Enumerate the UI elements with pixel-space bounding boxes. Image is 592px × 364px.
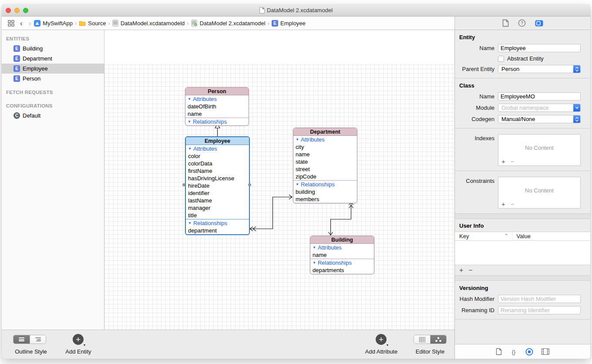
back-button[interactable]: ‹ [17,20,26,27]
indexes-remove-button[interactable]: − [511,158,515,165]
sidebar-item-department[interactable]: E Department [2,54,104,64]
editor-style-label: Editor Style [408,348,452,355]
attribute-row[interactable]: firstName [186,167,249,175]
forward-button[interactable]: › [26,20,34,27]
attribute-row[interactable]: zipCode [293,173,357,180]
entity-box-title[interactable]: Person [185,88,249,95]
entity-box-department[interactable]: Department ▼ Attributes citynamestatestr… [293,128,357,203]
attribute-row[interactable]: hasDrivingLicense [186,175,249,182]
add-attribute-button[interactable]: + [376,334,387,345]
module-combobox[interactable]: Global namespace [498,104,581,112]
relationship-row[interactable]: department [186,227,249,234]
sidebar-item-person[interactable]: E Person [2,74,104,84]
attribute-row[interactable]: name [185,110,249,118]
entity-name-field[interactable] [498,44,581,52]
add-entity-button[interactable]: + [73,334,84,345]
editor-bottom-toolbar: Outline Style + ▾ Add Entity + ▾ Add Att… [2,330,454,359]
breadcrumb-folder[interactable]: Source [79,20,106,27]
attribute-row[interactable]: city [293,143,357,151]
constraints-table[interactable]: No Content + − [498,177,581,209]
relationship-row[interactable]: departments [310,266,374,274]
indexes-add-button[interactable]: + [501,158,505,165]
attribute-row[interactable]: dateOfBirth [185,103,249,110]
editor-style-table-button[interactable] [414,335,430,344]
attribute-row[interactable]: colorData [186,160,249,167]
toolbar-right-icons: ? [454,17,590,30]
close-button[interactable] [6,8,11,13]
sidebar-item-building[interactable]: E Building [2,44,104,54]
user-info-table-body[interactable] [455,241,590,265]
key-column-header[interactable]: Key [459,233,469,239]
entity-section-header: Entity [455,34,590,40]
outline-style-flat-button[interactable] [13,335,30,344]
breadcrumb-entity[interactable]: E Employee [272,20,306,27]
quick-help-tab[interactable]: {} [510,348,517,355]
file-icon-button[interactable] [502,19,509,27]
entity-box-title[interactable]: Building [310,236,374,244]
attributes-list: citynamestatestreetzipCode [293,143,357,180]
user-info-remove-button[interactable]: − [468,266,472,274]
relationships-section-header[interactable]: ▼ Relationships [185,118,249,125]
attribute-row[interactable]: color [186,152,249,160]
zoom-button[interactable] [23,8,28,13]
relationships-section-header[interactable]: ▼ Relationships [186,219,249,227]
entity-box-person[interactable]: Person ▼ Attributes dateOfBirthname ▼ Re… [185,87,249,126]
sidebar-item-default-configuration[interactable]: C Default [2,111,104,121]
breadcrumb-project[interactable]: MySwiftApp [34,20,73,27]
attribute-row[interactable]: name [293,151,357,158]
selection-handle-left[interactable] [182,183,185,186]
outline-style-hierarchical-button[interactable] [30,335,46,344]
version-inspector-tab[interactable] [542,348,549,355]
constraints-add-button[interactable]: + [501,200,505,208]
attributes-section-header[interactable]: ▼ Attributes [310,244,374,251]
sidebar-item-employee[interactable]: E Employee [2,64,104,74]
help-button[interactable]: ? [518,19,526,27]
indexes-table[interactable]: No Content + − [498,134,581,166]
data-model-inspector-tab[interactable] [525,348,533,356]
attributes-section-header[interactable]: ▼ Attributes [186,145,249,152]
entity-box-building[interactable]: Building ▼ Attributes name ▼ Relationshi… [310,236,374,274]
parent-entity-popup[interactable]: Person [498,65,581,73]
attribute-row[interactable]: street [293,165,357,173]
relationships-section-header[interactable]: ▼ Relationships [293,180,357,188]
attribute-row[interactable]: state [293,158,357,165]
editor-style-graph-button[interactable] [430,335,446,344]
attribute-row[interactable]: identifier [186,189,249,197]
relationships-section-header[interactable]: ▼ Relationships [310,259,374,266]
related-items-icon[interactable] [8,20,14,27]
disclosure-triangle-icon: ▼ [313,246,316,249]
entity-box-title[interactable]: Employee [186,137,249,145]
parent-entity-label: Parent Entity [455,65,498,73]
abstract-entity-checkbox[interactable] [498,56,504,62]
title-bar: DataModel 2.xcdatamodel [2,4,590,17]
relationship-row[interactable]: building [293,188,357,195]
user-info-buttons: + − [455,265,590,276]
entity-box-title[interactable]: Department [293,128,357,136]
value-column-header[interactable]: Value [512,233,590,239]
attribute-row[interactable]: hireDate [186,182,249,189]
entity-box-employee[interactable]: Employee ▼ Attributes colorcolorDatafirs… [185,136,250,235]
minimize-button[interactable] [14,8,20,13]
constraints-empty-text: No Content [498,187,580,194]
inspector-toggle-button[interactable] [535,20,543,27]
svg-text:?: ? [521,21,523,26]
user-info-add-button[interactable]: + [459,266,463,274]
breadcrumb-datamodel-version[interactable]: DataModel 2.xcdatamodel [191,20,266,27]
attribute-row[interactable]: lastName [186,197,249,204]
attribute-row[interactable]: manager [186,204,249,212]
attributes-section-header[interactable]: ▼ Attributes [293,136,357,143]
selection-handle-right[interactable] [248,183,251,186]
constraints-remove-button[interactable]: − [511,200,515,208]
codegen-popup[interactable]: Manual/None [498,115,581,123]
model-diagram-canvas[interactable]: Person ▼ Attributes dateOfBirthname ▼ Re… [104,30,454,330]
attribute-row[interactable]: title [186,212,249,219]
attributes-section-header[interactable]: ▼ Attributes [185,95,249,103]
class-name-field[interactable] [498,92,581,101]
renaming-id-field[interactable] [498,306,581,314]
popup-stepper-icon [573,65,581,73]
hash-modifier-field[interactable] [498,295,581,303]
file-inspector-tab[interactable] [496,348,502,355]
relationship-row[interactable]: members [293,195,357,203]
attribute-row[interactable]: name [310,251,374,259]
breadcrumb-datamodeld[interactable]: DataModel.xcdatamodeld [112,20,185,27]
